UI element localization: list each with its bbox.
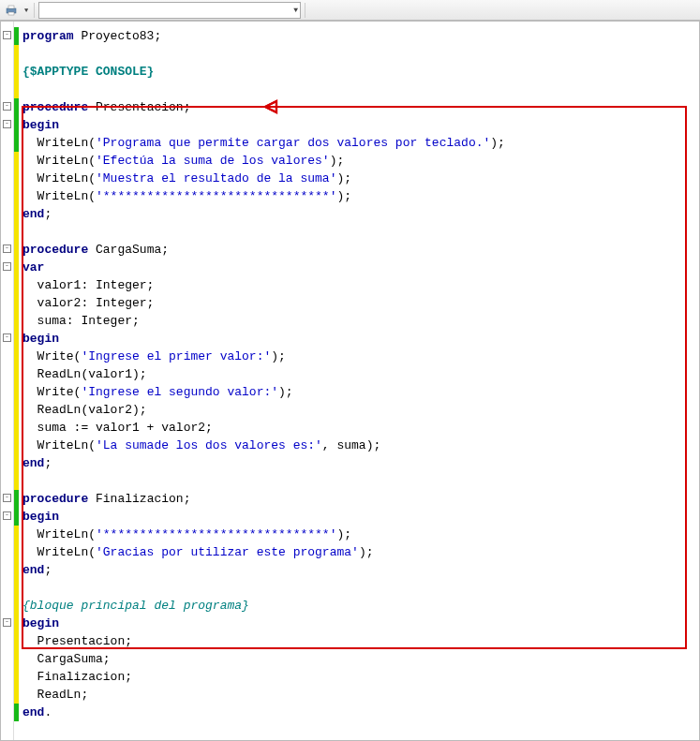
code-line[interactable]: begin bbox=[22, 615, 693, 632]
code-line[interactable]: WriteLn('Programa que permite cargar dos… bbox=[22, 134, 693, 152]
code-line[interactable]: suma: Integer; bbox=[22, 312, 693, 330]
code-line[interactable]: WriteLn('Muestra el resultado de la suma… bbox=[22, 170, 693, 187]
saved-marker bbox=[14, 704, 19, 721]
code-line[interactable]: ReadLn; bbox=[22, 686, 693, 704]
fold-toggle[interactable]: - bbox=[3, 333, 11, 342]
code-line[interactable] bbox=[22, 579, 693, 597]
code-line[interactable]: valor1: Integer; bbox=[22, 276, 693, 294]
code-line[interactable]: Finalizacion; bbox=[22, 668, 693, 686]
code-line[interactable] bbox=[22, 45, 693, 63]
printer-icon[interactable] bbox=[4, 3, 19, 18]
code-line[interactable]: begin bbox=[22, 330, 693, 348]
code-line[interactable]: program Proyecto83; bbox=[22, 27, 693, 45]
code-area[interactable]: program Proyecto83;{$APPTYPE CONSOLE}pro… bbox=[19, 22, 699, 740]
fold-toggle[interactable]: - bbox=[3, 511, 11, 520]
code-line[interactable]: end. bbox=[22, 704, 693, 721]
saved-marker bbox=[14, 98, 19, 152]
code-line[interactable]: begin bbox=[22, 116, 693, 134]
fold-toggle[interactable]: - bbox=[3, 262, 11, 271]
code-line[interactable]: begin bbox=[22, 508, 693, 526]
code-line[interactable]: Write('Ingrese el segundo valor:'); bbox=[22, 383, 693, 401]
code-line[interactable]: var bbox=[22, 259, 693, 276]
fold-toggle[interactable]: - bbox=[3, 245, 11, 253]
chevron-down-icon: ▼ bbox=[293, 6, 298, 14]
code-line[interactable]: valor2: Integer; bbox=[22, 294, 693, 312]
saved-marker bbox=[14, 490, 19, 526]
code-line[interactable]: Presentacion; bbox=[22, 632, 693, 650]
code-line[interactable]: suma := valor1 + valor2; bbox=[22, 419, 693, 437]
fold-toggle[interactable]: - bbox=[3, 494, 11, 502]
code-line[interactable]: end; bbox=[22, 454, 693, 472]
navigation-combo[interactable]: ▼ bbox=[38, 2, 301, 19]
code-line[interactable]: CargaSuma; bbox=[22, 650, 693, 668]
code-line[interactable]: procedure Presentacion; bbox=[22, 98, 693, 116]
code-editor[interactable]: --------- program Proyecto83;{$APPTYPE C… bbox=[0, 21, 700, 741]
code-line[interactable] bbox=[22, 472, 693, 490]
code-line[interactable] bbox=[22, 223, 693, 241]
code-line[interactable]: ReadLn(valor2); bbox=[22, 401, 693, 419]
code-line[interactable]: {bloque principal del programa} bbox=[22, 597, 693, 615]
print-dropdown[interactable]: ▼ bbox=[22, 3, 30, 18]
code-line[interactable]: WriteLn('Efectúa la suma de los valores'… bbox=[22, 152, 693, 170]
code-line[interactable]: end; bbox=[22, 561, 693, 579]
fold-gutter: --------- bbox=[1, 22, 14, 740]
code-line[interactable]: end; bbox=[22, 205, 693, 223]
code-line[interactable]: WriteLn('Gracias por utilizar este progr… bbox=[22, 543, 693, 561]
fold-toggle[interactable]: - bbox=[3, 120, 11, 128]
saved-marker bbox=[14, 27, 19, 45]
toolbar: ▼ ▼ bbox=[0, 0, 700, 21]
code-line[interactable]: WriteLn('La sumade los dos valores es:',… bbox=[22, 437, 693, 454]
fold-toggle[interactable]: - bbox=[3, 31, 11, 39]
svg-rect-2 bbox=[8, 12, 14, 15]
code-line[interactable]: procedure Finalizacion; bbox=[22, 490, 693, 508]
code-line[interactable]: Write('Ingrese el primer valor:'); bbox=[22, 348, 693, 365]
toolbar-separator bbox=[34, 3, 35, 18]
svg-rect-1 bbox=[8, 6, 14, 8]
code-line[interactable] bbox=[22, 81, 693, 98]
code-line[interactable]: {$APPTYPE CONSOLE} bbox=[22, 63, 693, 81]
code-line[interactable]: WriteLn('*******************************… bbox=[22, 526, 693, 543]
code-line[interactable]: WriteLn('*******************************… bbox=[22, 187, 693, 205]
fold-toggle[interactable]: - bbox=[3, 618, 11, 627]
toolbar-separator bbox=[305, 3, 305, 18]
code-line[interactable]: ReadLn(valor1); bbox=[22, 365, 693, 383]
code-line[interactable]: procedure CargaSuma; bbox=[22, 241, 693, 259]
fold-toggle[interactable]: - bbox=[3, 102, 11, 111]
